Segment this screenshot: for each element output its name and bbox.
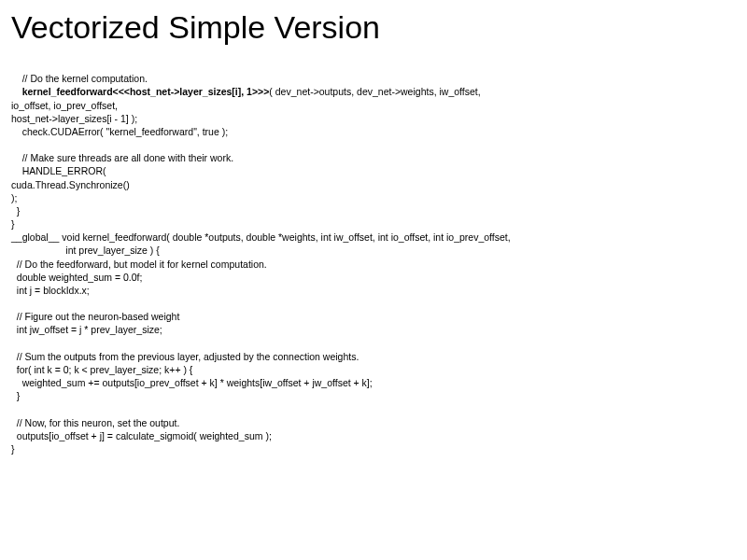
code-line: host_net->layer_sizes[i - 1] ); [11, 113, 137, 124]
code-line: int prev_layer_size ) { [11, 245, 160, 256]
code-line: HANDLE_ERROR( [11, 165, 106, 176]
code-line: ); [11, 192, 17, 203]
code-line: int j = blockIdx.x; [11, 285, 90, 296]
code-line: for( int k = 0; k < prev_layer_size; k++… [11, 364, 192, 375]
code-line: } [11, 218, 15, 230]
code-line: // Sum the outputs from the previous lay… [11, 351, 359, 362]
code-line: __global__ void kernel_feedforward( doub… [11, 231, 511, 243]
code-line: } [11, 205, 20, 217]
code-line-bold: kernel_feedforward<<<host_net->layer_siz… [11, 86, 269, 97]
code-line: int jw_offset = j * prev_layer_size; [11, 324, 162, 335]
code-line: } [11, 443, 15, 455]
code-line: check.CUDAError( "kernel_feedforward", t… [11, 126, 228, 137]
code-line: // Make sure threads are all done with t… [11, 152, 233, 163]
code-line: } [11, 390, 20, 401]
code-line: // Do the feedforward, but model it for … [11, 259, 267, 270]
code-line: io_offset, io_prev_offset, [11, 100, 118, 111]
slide-container: Vectorized Simple Version // Do the kern… [0, 0, 747, 465]
code-line: outputs[io_offset + j] = calculate_sigmo… [11, 430, 272, 441]
code-line: cuda.Thread.Synchronize() [11, 179, 130, 190]
code-line: // Figure out the neuron-based weight [11, 311, 179, 322]
code-block: // Do the kernel computation. kernel_fee… [11, 59, 736, 455]
code-line: weighted_sum += outputs[io_prev_offset +… [11, 377, 373, 388]
code-line: double weighted_sum = 0.0f; [11, 272, 142, 283]
code-line: // Now, for this neuron, set the output. [11, 417, 179, 428]
code-line: ( dev_net->outputs, dev_net->weights, iw… [269, 86, 480, 97]
slide-title: Vectorized Simple Version [11, 9, 736, 46]
code-line: // Do the kernel computation. [11, 73, 148, 84]
